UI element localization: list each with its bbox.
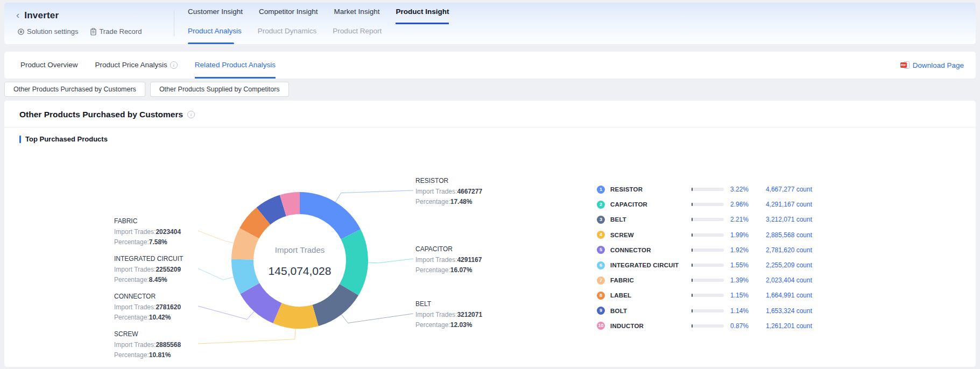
filter-supplied-by-competitors[interactable]: Other Products Supplied by Competitors: [150, 82, 289, 97]
legend-percentage: 3.22%: [724, 186, 749, 193]
legend-product-name: INDUCTOR: [610, 323, 692, 329]
legend-percentage: 1.15%: [724, 292, 749, 299]
subtab-product-report[interactable]: Product Report: [333, 27, 382, 35]
info-icon[interactable]: i: [170, 61, 178, 69]
legend-product-name: INTEGRATED CIRCUIT: [610, 262, 692, 268]
pie-slice-resistor[interactable]: [300, 192, 361, 239]
download-page-button[interactable]: PDF Download Page: [900, 52, 964, 79]
product-subtabs: Product Analysis Product Dynamics Produc…: [188, 27, 382, 35]
info-icon[interactable]: i: [187, 111, 195, 118]
donut-center-label: Import Trades: [251, 245, 348, 254]
legend-progress-bar: [692, 294, 724, 297]
rank-badge: 1: [597, 186, 605, 194]
legend-count: 2,255,209 count: [749, 261, 812, 269]
tab-related-product-analysis[interactable]: Related Product Analysis: [195, 52, 276, 79]
callout-import-trades: 2781620: [156, 303, 181, 311]
tab-market-insight[interactable]: Market Insight: [334, 8, 380, 24]
section-accent-bar: [19, 136, 21, 143]
legend-progress-bar: [692, 279, 724, 282]
callout-product-name: CAPACITOR: [415, 245, 507, 254]
legend-count: 4,291,167 count: [749, 201, 812, 208]
filter-button-row: Other Products Purchased by Customers Ot…: [4, 82, 289, 97]
legend-row-connector[interactable]: 5CONNECTOR1.92%2,781,620 count: [597, 243, 812, 258]
section-title: Top Purchased Products: [25, 135, 108, 143]
callout-label-belt: BELTImport Trades:3212071Percentage:12.0…: [415, 300, 507, 330]
legend-row-fabric[interactable]: 7FABRIC1.39%2,023,404 count: [597, 273, 812, 288]
legend-row-inductor[interactable]: 10INDUCTOR0.87%1,261,201 count: [597, 318, 812, 333]
legend-percentage: 2.21%: [724, 216, 749, 223]
legend-progress-bar: [692, 324, 724, 328]
callout-label-screw: SCREWImport Trades:2885568Percentage:10.…: [114, 330, 206, 360]
analysis-nav-panel: Product Overview Product Price Analysis …: [4, 52, 976, 79]
legend-product-name: BOLT: [610, 308, 692, 314]
legend-count: 2,781,620 count: [749, 246, 812, 254]
callout-percentage: 7.58%: [149, 238, 167, 246]
tab-product-overview[interactable]: Product Overview: [20, 52, 78, 79]
tab-product-overview-label: Product Overview: [20, 61, 78, 69]
tab-product-price-analysis-label: Product Price Analysis: [95, 61, 167, 69]
legend-row-resistor[interactable]: 1RESISTOR3.22%4,667,277 count: [597, 182, 812, 197]
callout-product-name: FABRIC: [114, 217, 206, 226]
legend-percentage: 2.96%: [724, 201, 749, 208]
legend-row-integrated-circuit[interactable]: 6INTEGRATED CIRCUIT1.55%2,255,209 count: [597, 258, 812, 273]
legend-progress-bar: [692, 249, 724, 252]
pie-slice-capacitor[interactable]: [340, 229, 368, 295]
pdf-icon: PDF: [900, 61, 910, 69]
legend-row-screw[interactable]: 4SCREW1.99%2,885,568 count: [597, 228, 812, 243]
legend-percentage: 0.87%: [724, 322, 749, 330]
rank-badge: 3: [597, 216, 605, 224]
callout-label-fabric: FABRICImport Trades:2023404Percentage:7.…: [114, 217, 206, 247]
callout-line: [198, 306, 254, 320]
insight-tabs: Customer Insight Competitor Insight Mark…: [188, 8, 449, 24]
legend-percentage: 1.39%: [724, 276, 749, 284]
rank-badge: 5: [597, 246, 605, 254]
subtab-product-dynamics[interactable]: Product Dynamics: [258, 27, 317, 35]
callout-line: [335, 190, 413, 202]
legend-progress-bar: [692, 309, 724, 313]
rank-badge: 7: [597, 276, 605, 285]
legend-row-label[interactable]: 8LABEL1.15%1,664,991 count: [597, 288, 812, 303]
callout-percentage: 12.03%: [450, 321, 473, 329]
tab-customer-insight[interactable]: Customer Insight: [188, 8, 243, 24]
trade-record-link[interactable]: Trade Record: [90, 27, 142, 36]
rank-badge: 9: [597, 307, 605, 315]
donut-center-value: 145,074,028: [246, 265, 354, 278]
callout-product-name: BELT: [415, 300, 507, 309]
tab-competitor-insight[interactable]: Competitor Insight: [259, 8, 318, 24]
page-title: Inverter: [24, 10, 59, 21]
legend-progress-bar: [692, 218, 724, 221]
solution-settings-label: Solution settings: [27, 27, 78, 36]
callout-product-name: INTEGRATED CIRCUIT: [114, 254, 206, 264]
tab-product-price-analysis[interactable]: Product Price Analysis i: [95, 52, 178, 79]
callout-label-capacitor: CAPACITORImport Trades:4291167Percentage…: [415, 245, 507, 275]
legend-count: 3,212,071 count: [749, 216, 812, 223]
active-subtab-underline: [188, 42, 234, 44]
legend-count: 1,653,324 count: [749, 307, 812, 315]
card-title: Other Products Purchased by Customers: [19, 110, 183, 119]
tab-related-product-analysis-label: Related Product Analysis: [195, 61, 276, 69]
legend-count: 1,664,991 count: [749, 292, 812, 299]
callout-percentage: 16.07%: [450, 266, 473, 274]
legend-row-capacitor[interactable]: 2CAPACITOR2.96%4,291,167 count: [597, 197, 812, 212]
callout-product-name: CONNECTOR: [114, 292, 206, 301]
subtab-product-analysis[interactable]: Product Analysis: [188, 27, 242, 35]
legend-progress-bar: [692, 188, 724, 191]
legend-count: 2,885,568 count: [749, 231, 812, 239]
rank-badge: 8: [597, 292, 605, 300]
legend-product-name: CAPACITOR: [610, 201, 692, 208]
legend-progress-bar: [692, 233, 724, 237]
tab-product-insight[interactable]: Product Insight: [396, 8, 449, 24]
page: { "header": { "back_label": "Inverter", …: [0, 0, 980, 369]
solution-settings-link[interactable]: Solution settings: [17, 27, 78, 36]
card-divider: [4, 127, 976, 127]
back-icon[interactable]: ‹: [16, 10, 19, 20]
callout-import-trades: 2023404: [156, 228, 181, 236]
callout-line: [198, 329, 295, 344]
legend-row-bolt[interactable]: 9BOLT1.14%1,653,324 count: [597, 303, 812, 318]
callout-label-connector: CONNECTORImport Trades:2781620Percentage…: [114, 292, 206, 322]
legend-progress-bar: [692, 203, 724, 206]
main-card: Other Products Purchased by Customers i …: [4, 101, 976, 367]
callout-percentage: 10.81%: [149, 351, 171, 359]
legend-row-belt[interactable]: 3BELT2.21%3,212,071 count: [597, 212, 812, 227]
filter-purchased-by-customers[interactable]: Other Products Purchased by Customers: [4, 82, 145, 97]
